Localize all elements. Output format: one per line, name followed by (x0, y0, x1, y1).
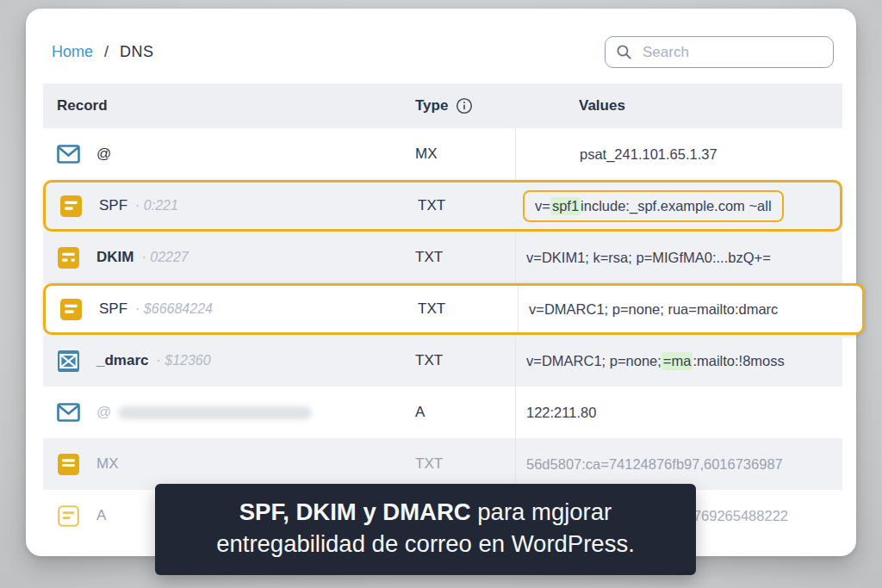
redacted-domain-blur (118, 406, 312, 419)
topbar: Home / DNS (26, 9, 856, 84)
record-value: 56d5807:ca=74124876fb97,6016736987 (515, 438, 842, 490)
dns-panel: Home / DNS Record Type Valu (26, 9, 856, 556)
record-type: TXT (418, 286, 518, 332)
record-id: · $66684224 (135, 301, 213, 317)
breadcrumb: Home / DNS (52, 43, 154, 61)
breadcrumb-separator: / (104, 43, 109, 61)
dns-record-icon (58, 298, 84, 320)
table-header-row: Record Type Values (43, 84, 842, 128)
envelope-icon (55, 143, 81, 165)
record-name: A (96, 507, 106, 524)
record-value: v=DMARC1; p=none; rua=mailto:dmarc (518, 286, 862, 332)
record-id: · 02227 (141, 250, 188, 265)
screenshot-stage: Home / DNS Record Type Valu (0, 0, 882, 588)
info-icon[interactable] (456, 97, 473, 115)
table-row-spf-highlighted[interactable]: SPF · $66684224 TXT v=DMARC1; p=none; ru… (43, 283, 865, 335)
search-box[interactable] (605, 36, 834, 68)
value-highlight-box: v=spf1 include:_spf.example.com ~all (523, 190, 784, 222)
table-row[interactable]: DKIM · 02227 TXT v=DKIM1; k=rsa; p=MIGfM… (43, 232, 842, 283)
dns-record-icon-outline (55, 504, 81, 527)
record-value: v=DKIM1; k=rsa; p=MIGfMA0:...bzQ+= (515, 232, 842, 283)
record-value: 122:211.80 (515, 387, 842, 438)
caption-line1-rest: para mgjorar (471, 498, 612, 525)
breadcrumb-current: DNS (120, 43, 154, 61)
table-row[interactable]: MX TXT 56d5807:ca=74124876fb97,601673698… (43, 438, 842, 490)
record-value: v=spf1 include:_spf.example.com ~all (518, 183, 840, 229)
record-name: _dmarc (96, 352, 148, 369)
record-value: psat_241.101.65.1.37 (515, 128, 842, 180)
header-record: Record (43, 84, 415, 128)
envelope-icon (55, 401, 81, 424)
dns-record-icon (58, 195, 84, 217)
header-values: Values (515, 84, 842, 128)
record-type: TXT (415, 335, 515, 387)
table-row-spf-highlighted[interactable]: SPF · 0:221 TXT v=spf1 include:_spf.exam… (43, 180, 842, 232)
record-name: SPF (99, 197, 127, 214)
record-name: MX (96, 455, 119, 473)
record-type: TXT (415, 232, 515, 283)
record-name: @ (96, 404, 111, 421)
dns-record-icon (55, 453, 81, 475)
record-type: TXT (415, 438, 515, 490)
table-row[interactable]: @ A 122:211.80 (43, 387, 842, 438)
dns-records-table: Record Type Values @ MX (43, 84, 842, 542)
record-name: @ (96, 145, 111, 163)
caption-keywords: SPF, DKIM y DMARC (239, 498, 471, 525)
dns-record-icon (55, 246, 81, 269)
caption-line2: entregabilidad de correo en WordPress. (171, 529, 680, 560)
record-id: · $12360 (156, 353, 210, 368)
table-row[interactable]: @ MX psat_241.101.65.1.37 (43, 128, 842, 180)
record-type: TXT (418, 183, 518, 229)
dmarc-envelope-icon (55, 350, 81, 372)
record-name: DKIM (96, 249, 134, 266)
record-id: · 0:221 (135, 198, 178, 214)
header-type-label: Type (415, 97, 448, 115)
caption-line1: SPF, DKIM y DMARC para mgjorar (171, 497, 680, 529)
record-name: SPF (99, 300, 127, 318)
record-type: MX (415, 128, 515, 180)
record-type: A (415, 387, 515, 438)
breadcrumb-home-link[interactable]: Home (52, 43, 93, 61)
search-icon (616, 44, 632, 60)
search-input[interactable] (641, 43, 835, 62)
table-row[interactable]: _dmarc · $12360 TXT v=DMARC1; p=none; =m… (43, 335, 842, 387)
header-type: Type (415, 84, 515, 128)
caption-overlay: SPF, DKIM y DMARC para mgjorar entregabi… (155, 484, 696, 575)
record-value: v=DMARC1; p=none; =ma:mailto:!8moss (515, 335, 842, 387)
